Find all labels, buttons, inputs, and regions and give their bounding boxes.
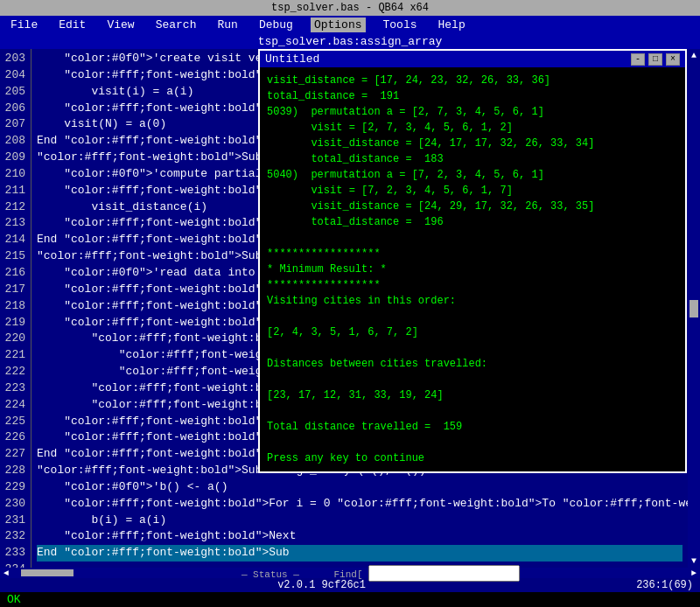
line-number: 208 (2, 133, 25, 150)
line-number: 211 (2, 183, 25, 199)
menu-file[interactable]: File (7, 17, 41, 32)
popup-maximize-button[interactable]: □ (648, 53, 662, 66)
line-number: 205 (2, 84, 25, 101)
line-numbers: 2032042052062072082092102112122132142152… (0, 49, 32, 568)
line-number: 229 (2, 479, 25, 496)
line-number: 232 (2, 528, 25, 545)
sub-title-text: tsp_solver.bas:assign_array (258, 35, 443, 48)
title-bar: tsp_solver.bas - QB64 x64 (0, 0, 700, 16)
status-label: — Status — (242, 569, 299, 580)
line-number: 209 (2, 150, 25, 166)
menu-help[interactable]: Help (435, 17, 469, 32)
line-number: 224 (2, 397, 25, 414)
scroll-down-button[interactable]: ▼ (690, 555, 698, 568)
ok-bar: OK (0, 592, 700, 607)
menu-bar: File Edit View Search Run Debug Options … (0, 16, 700, 34)
scroll-thumb[interactable] (690, 300, 698, 317)
horizontal-scrollbar[interactable]: ◄ — Status — Find[ ► (0, 568, 700, 578)
line-number: 227 (2, 446, 25, 463)
line-number: 230 (2, 496, 25, 513)
editor-container: 2032042052062072082092102112122132142152… (0, 49, 700, 568)
line-number: 218 (2, 298, 25, 315)
popup-window: Untitled - □ × visit_distance = [17, 24,… (258, 49, 687, 473)
line-number: 206 (2, 101, 25, 117)
line-number: 203 (2, 51, 25, 67)
line-number: 207 (2, 116, 25, 133)
line-number: 220 (2, 331, 25, 347)
popup-title-text: Untitled (265, 52, 319, 66)
hscroll-center: — Status — Find[ (74, 565, 688, 582)
scrollbar-right[interactable]: ▲ ▼ (688, 49, 700, 568)
line-number: 223 (2, 380, 25, 397)
line-number: 228 (2, 463, 25, 479)
menu-edit[interactable]: Edit (55, 17, 89, 32)
line-number: 233 (2, 545, 25, 562)
menu-options[interactable]: Options (311, 17, 366, 32)
menu-search[interactable]: Search (152, 17, 200, 32)
line-number: 204 (2, 67, 25, 84)
hscroll-thumb[interactable] (21, 569, 74, 576)
code-line: "color:#fff;font-weight:bold">Next (37, 528, 682, 545)
code-area[interactable]: 2032042052062072082092102112122132142152… (0, 49, 688, 568)
line-number: 219 (2, 315, 25, 331)
line-number: 214 (2, 232, 25, 248)
line-number: 226 (2, 429, 25, 446)
ok-text: OK (7, 593, 21, 606)
menu-debug[interactable]: Debug (256, 17, 297, 32)
popup-minimize-button[interactable]: - (631, 53, 645, 66)
line-number: 216 (2, 265, 25, 282)
find-label: Find[ (334, 569, 363, 580)
popup-content: visit_distance = [17, 24, 23, 32, 26, 33… (260, 67, 685, 471)
popup-close-button[interactable]: × (666, 53, 680, 66)
line-number: 212 (2, 199, 25, 216)
line-number: 210 (2, 166, 25, 183)
hscroll-left-button[interactable]: ◄ (0, 569, 12, 578)
line-number: 213 (2, 215, 25, 232)
menu-view[interactable]: View (103, 17, 137, 32)
line-number: 231 (2, 513, 25, 529)
menu-tools[interactable]: Tools (380, 17, 421, 32)
code-line: b(i) = a(i) (37, 513, 682, 529)
hscroll-right-button[interactable]: ► (688, 569, 700, 578)
popup-title-bar: Untitled - □ × (260, 51, 685, 67)
title-text: tsp_solver.bas - QB64 x64 (271, 2, 429, 14)
code-line: "color:#0f0">'b() <- a() (37, 479, 682, 496)
line-number: 217 (2, 282, 25, 298)
find-input[interactable] (368, 565, 520, 582)
scroll-up-button[interactable]: ▲ (690, 49, 698, 62)
code-line: "color:#fff;font-weight:bold">For i = 0 … (37, 496, 682, 513)
line-number: 222 (2, 364, 25, 380)
sub-title: tsp_solver.bas:assign_array (0, 34, 700, 49)
line-number: 215 (2, 248, 25, 265)
menu-run[interactable]: Run (214, 17, 241, 32)
line-number: 221 (2, 347, 25, 364)
line-number: 234 (2, 562, 25, 568)
line-number: 225 (2, 414, 25, 430)
popup-controls: - □ × (631, 53, 680, 66)
code-line: End "color:#fff;font-weight:bold">Sub (37, 545, 682, 562)
